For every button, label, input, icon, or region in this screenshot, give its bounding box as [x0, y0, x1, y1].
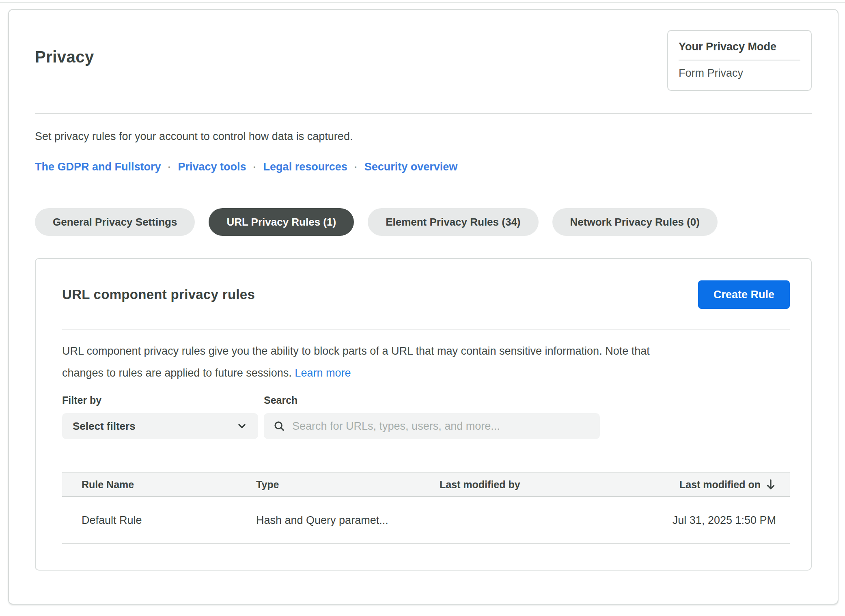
cell-last-modified-on: Jul 31, 2025 1:50 PM — [610, 514, 790, 527]
link-gdpr-and-fullstory[interactable]: The GDPR and Fullstory — [35, 161, 161, 173]
search-box — [264, 413, 600, 439]
sort-descending-icon — [765, 478, 776, 491]
card-title: URL component privacy rules — [62, 287, 255, 302]
column-header-last-modified-on-label: Last modified on — [679, 479, 761, 491]
tab-url-privacy-rules[interactable]: URL Privacy Rules (1) — [209, 208, 354, 236]
link-security-overview[interactable]: Security overview — [364, 161, 458, 173]
filter-select[interactable]: Select filters — [62, 413, 258, 439]
card-description-text: URL component privacy rules give you the… — [62, 345, 650, 379]
column-header-last-modified-by[interactable]: Last modified by — [440, 479, 610, 491]
link-separator: · — [354, 162, 358, 173]
filter-group: Filter by Select filters — [62, 394, 258, 439]
search-label: Search — [264, 394, 600, 406]
column-header-last-modified-on[interactable]: Last modified on — [610, 478, 790, 491]
cell-type: Hash and Query paramet... — [256, 514, 440, 527]
filter-by-label: Filter by — [62, 394, 258, 406]
privacy-mode-value: Form Privacy — [679, 60, 800, 80]
link-legal-resources[interactable]: Legal resources — [263, 161, 347, 173]
chevron-down-icon — [236, 420, 248, 432]
page-top-divider — [0, 2, 845, 3]
learn-more-link[interactable]: Learn more — [295, 367, 351, 379]
rules-table: Rule Name Type Last modified by Last mod… — [62, 472, 790, 544]
card-header: URL component privacy rules Create Rule — [62, 280, 790, 309]
url-privacy-rules-card: URL component privacy rules Create Rule … — [35, 258, 812, 571]
tab-element-privacy-rules[interactable]: Element Privacy Rules (34) — [368, 208, 538, 236]
privacy-mode-title: Your Privacy Mode — [679, 41, 800, 60]
resource-links: The GDPR and Fullstory · Privacy tools ·… — [35, 161, 812, 173]
link-privacy-tools[interactable]: Privacy tools — [178, 161, 246, 173]
tab-network-privacy-rules[interactable]: Network Privacy Rules (0) — [552, 208, 718, 236]
table-header-row: Rule Name Type Last modified by Last mod… — [62, 472, 790, 497]
link-separator: · — [253, 162, 257, 173]
link-separator: · — [168, 162, 171, 173]
tab-general-privacy-settings[interactable]: General Privacy Settings — [35, 208, 195, 236]
search-icon — [273, 420, 285, 432]
column-header-rule-name[interactable]: Rule Name — [62, 479, 256, 491]
privacy-settings-panel: Privacy Your Privacy Mode Form Privacy S… — [8, 9, 839, 605]
column-header-type[interactable]: Type — [256, 479, 440, 491]
page-title: Privacy — [35, 48, 94, 66]
filter-search-controls: Filter by Select filters Search — [62, 394, 790, 439]
filter-select-value: Select filters — [73, 420, 136, 433]
card-description: URL component privacy rules give you the… — [62, 340, 689, 384]
page-header: Privacy Your Privacy Mode Form Privacy — [35, 10, 812, 113]
header-divider — [35, 113, 812, 114]
privacy-tabs: General Privacy Settings URL Privacy Rul… — [35, 208, 812, 236]
cell-rule-name: Default Rule — [62, 514, 256, 527]
search-input[interactable] — [292, 420, 591, 433]
create-rule-button[interactable]: Create Rule — [698, 280, 790, 309]
intro-text: Set privacy rules for your account to co… — [35, 130, 812, 143]
table-row[interactable]: Default Rule Hash and Query paramet... J… — [62, 497, 790, 544]
privacy-mode-card: Your Privacy Mode Form Privacy — [667, 30, 812, 91]
search-group: Search — [264, 394, 600, 439]
card-divider — [62, 329, 790, 330]
